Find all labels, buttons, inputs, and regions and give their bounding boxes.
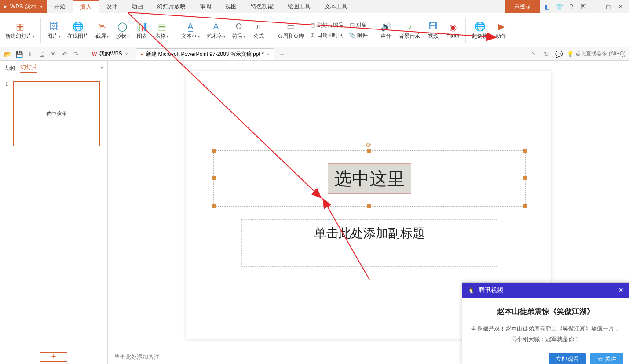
pin-icon[interactable]: ⇱ — [578, 1, 589, 12]
open-icon[interactable]: 📂 — [4, 50, 11, 58]
print-icon[interactable]: 🖨 — [38, 50, 46, 58]
ppt-icon: ▸ — [141, 51, 143, 57]
slide-number-button[interactable]: ▢幻灯片编号 — [308, 21, 345, 30]
tab-review[interactable]: 审阅 — [193, 0, 218, 13]
tab-design[interactable]: 设计 — [99, 0, 124, 13]
shapes-button[interactable]: ◯形状▾ — [113, 15, 132, 45]
skin-icon[interactable]: ◧ — [541, 1, 552, 12]
header-footer-button[interactable]: ▭页眉和页脚 — [275, 15, 307, 45]
slide-panel: 大纲 幻灯片 × 1 选中这里 + — [0, 61, 108, 364]
textbox-button[interactable]: A̲文本框▾ — [179, 15, 202, 45]
title-right: 未登录 ◧ 👕 ? ⇱ — ◻ ✕ — [505, 0, 629, 13]
minimize-icon[interactable]: — — [590, 1, 602, 12]
outline-tab[interactable]: 大纲 — [4, 64, 15, 72]
chart-button[interactable]: 📊图表 — [133, 15, 151, 45]
export-icon[interactable]: ⇪ — [26, 50, 34, 58]
tab-view[interactable]: 视图 — [218, 0, 244, 13]
equation-button[interactable]: π公式 — [250, 15, 267, 45]
selection-pane-icon[interactable]: ⇲ — [530, 50, 538, 58]
slides-tab[interactable]: 幻灯片 — [20, 63, 37, 73]
table-icon: ▤ — [156, 20, 168, 33]
audio-icon: 🔊 — [380, 20, 392, 33]
screenshot-button[interactable]: ✂截屏▾ — [93, 15, 111, 45]
resize-handle[interactable] — [212, 176, 216, 180]
app-menu-button[interactable]: ▸ WPS 演示 ▾ — [0, 0, 47, 13]
resize-handle[interactable] — [367, 149, 371, 153]
doc-tab-label: 我的WPS — [99, 50, 122, 58]
doc-tab-mywps[interactable]: W 我的WPS × — [88, 48, 132, 60]
action-icon: ▶ — [495, 20, 507, 33]
close-window-icon[interactable]: ✕ — [615, 1, 626, 12]
slide-thumbnail[interactable]: 选中这里 — [13, 81, 100, 146]
attachment-icon: 📎 — [349, 32, 355, 38]
new-slide-button[interactable]: ▦新建幻灯片▾ — [3, 15, 37, 45]
logo-icon: ▸ — [4, 3, 7, 10]
header-footer-icon: ▭ — [285, 20, 297, 33]
tshirt-icon[interactable]: 👕 — [553, 1, 565, 12]
replay-icon[interactable]: ↻ — [542, 50, 550, 58]
close-tab-icon[interactable]: × — [125, 51, 128, 57]
resize-handle[interactable] — [212, 149, 216, 153]
video-icon: 🎞 — [427, 20, 439, 33]
subtitle-textbox[interactable]: 单击此处添加副标题 — [241, 219, 497, 267]
online-picture-button[interactable]: 🌐在线图片 — [65, 15, 91, 45]
screenshot-icon: ✂ — [96, 20, 108, 33]
music-icon: ♪ — [403, 20, 416, 33]
symbol-button[interactable]: Ω符号▾ — [230, 15, 248, 45]
close-tab-icon[interactable]: × — [267, 51, 270, 58]
action-button[interactable]: ▶动作 — [492, 15, 510, 45]
slide-number-icon: ▢ — [311, 22, 315, 28]
tab-text-tools[interactable]: 文本工具 — [318, 0, 355, 13]
tab-animation[interactable]: 动画 — [124, 0, 150, 13]
comment-icon[interactable]: 💬 — [555, 50, 563, 58]
thumb-title-text: 选中这里 — [46, 110, 67, 118]
picture-button[interactable]: 🖼图片▾ — [44, 15, 63, 45]
follow-button[interactable]: ☆ 关注 — [590, 353, 623, 364]
notes-placeholder: 单击此处添加备注 — [114, 353, 160, 361]
resize-handle[interactable] — [212, 204, 216, 208]
slide-thumb-row[interactable]: 1 选中这里 — [5, 81, 102, 146]
preview-icon[interactable]: 👁 — [49, 50, 57, 58]
tab-insert[interactable]: 插入 — [73, 0, 99, 13]
table-button[interactable]: ▤表格▾ — [153, 15, 171, 45]
resize-handle[interactable] — [523, 176, 527, 180]
video-button[interactable]: 🎞视频 — [424, 15, 442, 45]
wordart-button[interactable]: A艺术字▾ — [204, 15, 228, 45]
resize-handle[interactable] — [523, 204, 527, 208]
tab-slideshow[interactable]: 幻灯片放映 — [150, 0, 193, 13]
title-bar: ▸ WPS 演示 ▾ 开始 插入 设计 动画 幻灯片放映 审阅 视图 特色功能 … — [0, 0, 629, 13]
watch-now-button[interactable]: 立即观看 — [549, 353, 586, 364]
tab-start[interactable]: 开始 — [47, 0, 73, 13]
add-slide-button[interactable]: + — [40, 352, 67, 362]
new-tab-icon[interactable]: ＋ — [278, 50, 286, 58]
audio-button[interactable]: 🔊声音 — [377, 15, 395, 45]
tab-drawing-tools[interactable]: 绘图工具 — [281, 0, 318, 13]
popup-close-icon[interactable]: × — [618, 286, 623, 295]
maximize-icon[interactable]: ◻ — [603, 1, 614, 12]
search-command[interactable]: 💡 点此查找命令 (Alt+Q) — [567, 50, 625, 58]
bgm-button[interactable]: ♪背景音乐 — [396, 15, 423, 45]
chevron-down-icon: ▾ — [40, 4, 43, 9]
save-icon[interactable]: 💾 — [15, 50, 23, 58]
resize-handle[interactable] — [523, 149, 527, 153]
redo-icon[interactable]: ↷ — [72, 50, 80, 58]
flash-button[interactable]: ◉Flash — [444, 15, 462, 45]
app-name: WPS 演示 — [10, 3, 36, 11]
title-text[interactable]: 选中这里 — [328, 164, 411, 194]
date-time-button[interactable]: 🗓日期和时间 — [308, 31, 345, 40]
hyperlink-button[interactable]: 🌐超链接 — [469, 15, 490, 45]
search-hint-text: 点此查找命令 (Alt+Q) — [575, 50, 625, 58]
undo-icon[interactable]: ↶ — [61, 50, 69, 58]
close-panel-icon[interactable]: × — [100, 65, 104, 72]
video-popup: 🐧 腾讯视频 × 赵本山徒弟震惊《笑傲江湖》 全身都是戏！赵本山徒弟周云鹏上《笑… — [462, 282, 629, 364]
title-textbox-selected[interactable]: ⟳ 选中这里 — [213, 150, 526, 207]
menu-tabs: 开始 插入 设计 动画 幻灯片放映 审阅 视图 特色功能 绘图工具 文本工具 — [47, 0, 355, 13]
resize-handle[interactable] — [367, 204, 371, 208]
login-button[interactable]: 未登录 — [505, 0, 540, 13]
attachment-button[interactable]: 📎附件 — [347, 31, 369, 40]
doc-tab-current[interactable]: ▸ 新建 Microsoft PowerPoint 97-2003 演示文稿.p… — [136, 48, 274, 60]
object-button[interactable]: ◳对象 — [347, 21, 369, 30]
rotate-handle-icon[interactable]: ⟳ — [366, 141, 373, 148]
tab-features[interactable]: 特色功能 — [244, 0, 281, 13]
help-icon[interactable]: ? — [566, 1, 577, 12]
